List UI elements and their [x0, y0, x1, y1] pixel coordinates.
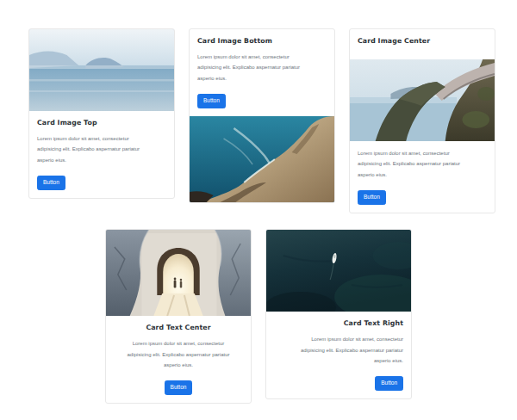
card-title: Card Image Center [358, 38, 487, 46]
card-button[interactable]: Button [358, 190, 386, 206]
card-photo-sea-island [29, 29, 174, 111]
card-body: Card Image Bottom Lorem ipsum dolor sit … [190, 29, 334, 116]
card-title: Card Text Center [114, 324, 243, 332]
card-text-center: Card Text Center Lorem ipsum dolor sit a… [105, 229, 252, 404]
cards-page: Card Image Top Lorem ipsum dolor sit ame… [0, 0, 517, 420]
card-text: Lorem ipsum dolor sit amet, consectetur … [290, 334, 403, 366]
card-text-right: Card Text Right Lorem ipsum dolor sit am… [265, 229, 412, 399]
card-title: Card Image Top [37, 120, 166, 127]
card-text: Lorem ipsum dolor sit amet, consectetur … [122, 338, 235, 370]
card-button[interactable]: Button [165, 380, 193, 396]
card-image-top: Card Image Top Lorem ipsum dolor sit ame… [28, 28, 175, 199]
card-button[interactable]: Button [197, 94, 226, 109]
card-photo-rocky-coast [190, 116, 334, 202]
card-button[interactable]: Button [375, 376, 403, 392]
card-body: Card Text Right Lorem ipsum dolor sit am… [266, 312, 411, 398]
card-image-center: Card Image Center [349, 28, 495, 213]
card-photo-tunnel-arch [106, 230, 251, 316]
card-title: Card Image Bottom [197, 38, 327, 46]
card-row-bottom: Card Text Center Lorem ipsum dolor sit a… [0, 229, 517, 404]
card-body: Lorem ipsum dolor sit amet, consectetur … [350, 141, 495, 213]
card-row-top: Card Image Top Lorem ipsum dolor sit ame… [0, 0, 517, 213]
card-text: Lorem ipsum dolor sit amet, consectetur … [197, 52, 310, 83]
card-image-bottom: Card Image Bottom Lorem ipsum dolor sit … [189, 28, 335, 203]
card-title: Card Text Right [274, 320, 403, 328]
card-text: Lorem ipsum dolor sit amet, consectetur … [358, 148, 470, 180]
card-body: Card Image Top Lorem ipsum dolor sit ame… [29, 111, 174, 198]
card-photo-boat-aerial [266, 230, 411, 312]
card-body: Card Text Center Lorem ipsum dolor sit a… [106, 316, 251, 403]
card-photo-cliff-road [350, 59, 495, 141]
card-text: Lorem ipsum dolor sit amet, consectetur … [37, 133, 150, 165]
card-header: Card Image Center [350, 29, 495, 59]
card-button[interactable]: Button [37, 176, 65, 191]
